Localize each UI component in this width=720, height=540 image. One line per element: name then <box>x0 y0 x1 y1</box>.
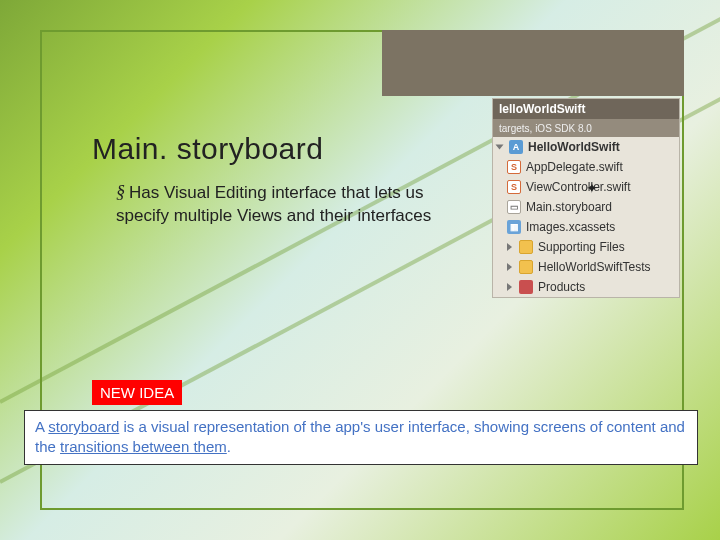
title-bar <box>382 30 684 96</box>
panel-header: lelloWorldSwift <box>493 99 679 119</box>
tree-item[interactable]: S AppDelegate.swift <box>493 157 679 177</box>
folder-icon <box>519 240 533 254</box>
project-icon: A <box>509 140 523 154</box>
products-folder-icon <box>519 280 533 294</box>
callout-term-storyboard: storyboard <box>48 418 119 435</box>
storyboard-file-icon: ▭ <box>507 200 521 214</box>
tree-item[interactable]: HelloWorldSwiftTests <box>493 257 679 277</box>
tree-root-label: HelloWorldSwift <box>528 140 620 154</box>
body-content: Has Visual Editing interface that lets u… <box>116 183 431 225</box>
tree-item[interactable]: ▦ Images.xcassets <box>493 217 679 237</box>
callout-pre: A <box>35 418 48 435</box>
bullet-glyph: § <box>116 180 125 204</box>
swift-file-icon: S <box>507 180 521 194</box>
disclosure-triangle-icon <box>507 243 512 251</box>
assets-folder-icon: ▦ <box>507 220 521 234</box>
tree-item-label: Images.xcassets <box>526 220 615 234</box>
tree-item[interactable]: ▭ Main.storyboard <box>493 197 679 217</box>
new-idea-badge: NEW IDEA <box>92 380 182 405</box>
content-frame: Main. storyboard §Has Visual Editing int… <box>40 30 684 510</box>
disclosure-triangle-icon <box>507 263 512 271</box>
tree-item-label: Products <box>538 280 585 294</box>
callout-post: . <box>227 438 231 455</box>
disclosure-triangle-icon <box>496 145 504 150</box>
tree-root[interactable]: A HelloWorldSwift <box>493 137 679 157</box>
tree-item-label: Supporting Files <box>538 240 625 254</box>
panel-subheader: targets, iOS SDK 8.0 <box>493 119 679 137</box>
slide: Main. storyboard §Has Visual Editing int… <box>0 0 720 540</box>
body-text: §Has Visual Editing interface that lets … <box>116 180 446 228</box>
tree-item[interactable]: Supporting Files <box>493 237 679 257</box>
tree-item-label: AppDelegate.swift <box>526 160 623 174</box>
disclosure-triangle-icon <box>507 283 512 291</box>
tree-item[interactable]: Products <box>493 277 679 297</box>
callout-box: A storyboard is a visual representation … <box>24 410 698 465</box>
tree-item[interactable]: S ViewController.swift <box>493 177 679 197</box>
tree-item-label: Main.storyboard <box>526 200 612 214</box>
tree-item-label: ViewController.swift <box>526 180 630 194</box>
project-navigator: lelloWorldSwift targets, iOS SDK 8.0 A H… <box>492 98 680 298</box>
slide-title: Main. storyboard <box>92 132 323 166</box>
folder-icon <box>519 260 533 274</box>
tree-item-label: HelloWorldSwiftTests <box>538 260 650 274</box>
swift-file-icon: S <box>507 160 521 174</box>
callout-term-transitions: transitions between them <box>60 438 227 455</box>
